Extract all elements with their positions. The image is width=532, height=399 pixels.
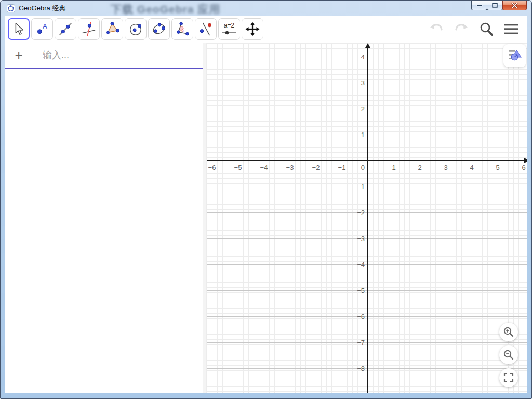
zoom-out-button[interactable] [499, 345, 518, 364]
tool-buttons: A [8, 18, 263, 40]
y-tick-label: −1 [357, 183, 365, 191]
y-tick-label: −7 [357, 339, 365, 347]
x-tick-label: 2 [418, 164, 421, 171]
zoom-in-icon [503, 326, 514, 338]
screen: GeoGebra 经典 下载 GeoGebra 应用 [0, 0, 532, 399]
slider-value-label: a=2 [224, 22, 235, 29]
x-tick-label: −5 [234, 164, 242, 171]
zoom-in-button[interactable] [499, 323, 518, 341]
toolbar: A [5, 16, 527, 43]
app-content: A [5, 16, 527, 393]
tool-slider[interactable]: a=2 [218, 18, 240, 40]
main-area: + −6−5−4−3−2−11234564321−1−2−3−4−5−6−7−8… [5, 43, 527, 393]
x-tick-label: −3 [286, 164, 294, 171]
undo-button[interactable] [427, 19, 446, 39]
tool-ellipse[interactable] [148, 18, 170, 40]
tool-reflect-about-line[interactable] [195, 18, 217, 40]
x-tick-label: 6 [522, 164, 525, 171]
x-tick-label: 1 [392, 164, 395, 171]
algebra-panel: + [5, 43, 203, 393]
y-tick-label: 3 [361, 79, 365, 87]
reflect-about-line-icon [198, 21, 214, 37]
maximize-button[interactable] [487, 1, 503, 10]
y-tick-label: −2 [357, 209, 365, 217]
titlebar[interactable]: GeoGebra 经典 下载 GeoGebra 应用 [1, 1, 531, 16]
y-tick-label: 2 [361, 105, 365, 113]
y-tick-label: 1 [361, 131, 365, 139]
window-controls [472, 1, 527, 10]
perpendicular-line-icon [81, 21, 97, 37]
panel-divider[interactable] [203, 43, 207, 393]
angle-alpha-label: α [182, 28, 184, 33]
x-tick-label: −2 [312, 164, 320, 171]
minimize-icon [476, 4, 483, 7]
move-cursor-icon [11, 21, 26, 37]
y-tick-label: −8 [357, 365, 365, 373]
tool-point[interactable]: A [31, 18, 53, 40]
tool-polygon[interactable] [101, 18, 123, 40]
x-tick-label: 4 [470, 164, 473, 171]
zoom-out-icon [503, 349, 514, 361]
graphics-style-icon [508, 48, 522, 63]
algebra-input[interactable] [33, 43, 203, 68]
app-window: GeoGebra 经典 下载 GeoGebra 应用 [0, 0, 532, 399]
algebra-input-row: + [5, 43, 203, 69]
tool-perpendicular-line[interactable] [78, 18, 100, 40]
x-tick-label: 5 [496, 164, 499, 171]
graphics-view[interactable]: −6−5−4−3−2−11234564321−1−2−3−4−5−6−7−80 [207, 43, 527, 393]
geogebra-logo-icon [7, 4, 15, 12]
x-tick-label: −1 [338, 164, 346, 171]
search-icon [478, 21, 494, 37]
y-tick-label: −6 [357, 313, 365, 321]
x-tick-label: 3 [444, 164, 447, 171]
search-button[interactable] [476, 19, 496, 39]
x-tick-label: −6 [208, 164, 216, 171]
y-tick-label: −3 [357, 235, 365, 243]
maximize-icon [492, 3, 498, 8]
polygon-icon [104, 21, 120, 37]
x-axis-arrow-icon [524, 158, 527, 163]
y-axis [367, 45, 368, 393]
slider-icon: a=2 [221, 21, 237, 37]
tool-angle[interactable]: α [171, 18, 193, 40]
close-button[interactable] [502, 1, 527, 10]
origin-label: 0 [361, 164, 365, 171]
circle-icon [128, 21, 143, 37]
background-watermark-text: 下载 GeoGebra 应用 [111, 2, 220, 17]
menu-button[interactable] [501, 19, 521, 39]
y-tick-label: 4 [361, 53, 365, 61]
redo-button[interactable] [451, 19, 471, 39]
y-axis-arrow-icon [365, 43, 370, 48]
line-icon [58, 21, 73, 37]
tool-move[interactable] [8, 18, 30, 40]
svg-text:A: A [43, 22, 47, 30]
tool-circle-center-point[interactable] [125, 18, 147, 40]
y-tick-label: −5 [357, 287, 365, 295]
ellipse-icon [151, 21, 167, 37]
graphics-settings-button[interactable] [503, 44, 526, 67]
angle-icon: α [175, 21, 190, 37]
hamburger-menu-icon [503, 22, 519, 36]
window-title: GeoGebra 经典 [19, 4, 65, 13]
tool-move-graphics-view[interactable] [242, 18, 263, 40]
x-tick-label: −4 [260, 164, 268, 171]
fullscreen-button[interactable] [499, 368, 518, 387]
minimize-button[interactable] [471, 1, 487, 10]
close-icon [511, 3, 518, 8]
move-graphics-view-icon [245, 21, 260, 37]
add-expression-button[interactable]: + [5, 43, 33, 68]
title-group: GeoGebra 经典 [7, 4, 65, 13]
toolbar-actions [427, 19, 521, 39]
fullscreen-icon [503, 373, 514, 383]
y-tick-label: −4 [357, 261, 365, 269]
undo-icon [429, 22, 444, 36]
point-icon: A [34, 21, 50, 37]
tool-line[interactable] [55, 18, 76, 40]
redo-icon [454, 22, 469, 36]
